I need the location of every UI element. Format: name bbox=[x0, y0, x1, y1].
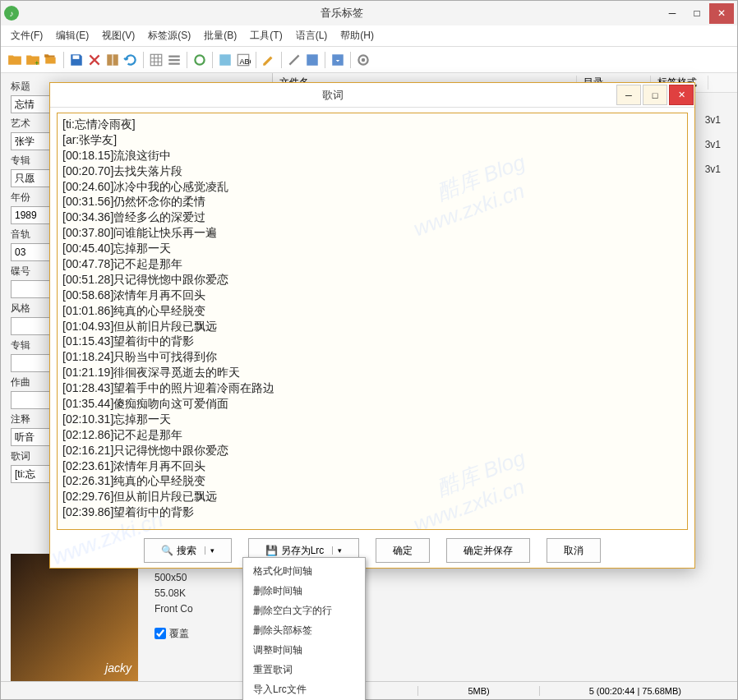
album-art[interactable] bbox=[11, 554, 138, 681]
statusbar: 5MB) 5 (00:20:44 | 75.68MB) bbox=[1, 681, 737, 699]
tag-value: 3v1 bbox=[705, 132, 721, 157]
lyrics-line: [02:23.61]浓情年月再不回头 bbox=[62, 458, 682, 474]
settings-icon[interactable] bbox=[356, 53, 371, 67]
text-icon[interactable]: ABC bbox=[236, 53, 251, 67]
lyrics-line: [00:24.60]冰冷中我的心感觉凌乱 bbox=[62, 179, 682, 195]
overwrite-label: 覆盖 bbox=[169, 626, 189, 642]
overwrite-checkbox[interactable] bbox=[155, 628, 166, 639]
sync-icon[interactable] bbox=[192, 53, 207, 67]
menu-language[interactable]: 语言(L) bbox=[296, 29, 328, 43]
dropdown-item-format-timeline[interactable]: 格式化时间轴 bbox=[243, 561, 365, 581]
ok-save-button[interactable]: 确定并保存 bbox=[446, 538, 530, 563]
app-title: 音乐标签 bbox=[24, 6, 660, 21]
minimize-button[interactable]: ─ bbox=[660, 3, 685, 24]
svg-point-3 bbox=[195, 55, 204, 64]
svg-rect-2 bbox=[150, 54, 162, 66]
dropdown-item-import-lrc[interactable]: 导入Lrc文件 bbox=[243, 679, 365, 699]
dropdown-item-reset-lyrics[interactable]: 重置歌词 bbox=[243, 660, 365, 679]
lyrics-line: [00:31.56]仍然怀念你的柔情 bbox=[62, 194, 682, 210]
lyrics-line: [02:26.31]纯真的心早经脱变 bbox=[62, 473, 682, 489]
lyrics-line: [00:18.15]流浪这街中 bbox=[62, 148, 682, 163]
lyrics-line: [ar:张学友] bbox=[62, 132, 682, 148]
tag-value: 3v1 bbox=[705, 108, 721, 132]
menu-file[interactable]: 文件(F) bbox=[11, 29, 43, 43]
menu-tagsource[interactable]: 标签源(S) bbox=[148, 29, 191, 43]
refresh-icon[interactable] bbox=[123, 53, 138, 67]
svg-rect-1 bbox=[73, 55, 80, 59]
lyrics-line: [02:12.86]记不起是那年 bbox=[62, 427, 682, 443]
dialog-titlebar: 歌词 ─ □ ✕ bbox=[50, 83, 694, 108]
lyrics-line: [00:58.68]浓情年月再不回头 bbox=[62, 288, 682, 303]
lyrics-textarea[interactable]: 酷库 Blog www.zxki.cn 酷库 Blog www.zxki.cn … bbox=[57, 113, 688, 530]
chevron-down-icon[interactable]: ▾ bbox=[205, 546, 214, 555]
menu-tools[interactable]: 工具(T) bbox=[250, 29, 282, 43]
saveas-dropdown: 格式化时间轴 删除时间轴 删除空白文字的行 删除头部标签 调整时间轴 重置歌词 … bbox=[242, 557, 366, 700]
app-icon: ♪ bbox=[4, 6, 19, 21]
search-button[interactable]: 🔍搜索▾ bbox=[144, 538, 232, 563]
svg-text:ABC: ABC bbox=[240, 57, 251, 65]
svg-point-10 bbox=[362, 58, 366, 62]
lyrics-line: [01:01.86]纯真的心早经脱变 bbox=[62, 303, 682, 319]
export-icon[interactable] bbox=[330, 53, 345, 67]
status-seg-2: 5 (00:20:44 | 75.68MB) bbox=[539, 686, 731, 696]
folders-icon[interactable] bbox=[44, 53, 58, 67]
lyrics-line: [01:04.93]但从前旧片段已飘远 bbox=[62, 319, 682, 334]
disk-icon[interactable] bbox=[305, 53, 320, 67]
cancel-button[interactable]: 取消 bbox=[547, 538, 601, 563]
edit-icon[interactable] bbox=[261, 53, 276, 67]
lyrics-line: [01:28.43]望着手中的照片迎着冷雨在路边 bbox=[62, 380, 682, 396]
menu-edit[interactable]: 编辑(E) bbox=[56, 29, 89, 43]
lyrics-line: [00:37.80]问谁能让快乐再一遍 bbox=[62, 225, 682, 241]
save-icon: 💾 bbox=[265, 545, 278, 556]
list-icon[interactable] bbox=[167, 53, 182, 67]
lyrics-line: [01:35.44]傻痴痴吻向这可爱俏面 bbox=[62, 396, 682, 412]
chevron-down-icon[interactable]: ▾ bbox=[332, 546, 342, 555]
save-icon[interactable] bbox=[69, 53, 84, 67]
lyrics-line: [02:39.86]望着街中的背影 bbox=[62, 504, 682, 520]
lyrics-line: [00:45.40]忘掉那一天 bbox=[62, 241, 682, 256]
grid-icon[interactable] bbox=[149, 53, 164, 67]
dialog-maximize-button[interactable]: □ bbox=[643, 85, 667, 105]
lyrics-line: [02:29.76]但从前旧片段已飘远 bbox=[62, 489, 682, 504]
status-seg-1: 5MB) bbox=[417, 686, 538, 696]
search-icon: 🔍 bbox=[161, 545, 173, 556]
dropdown-item-delete-timeline[interactable]: 删除时间轴 bbox=[243, 581, 365, 601]
delete-icon[interactable] bbox=[87, 53, 102, 67]
lyrics-dialog: 歌词 ─ □ ✕ 酷库 Blog www.zxki.cn 酷库 Blog www… bbox=[49, 82, 695, 569]
art-size: 55.08K bbox=[155, 586, 193, 601]
lyrics-line: [ti:忘情冷雨夜] bbox=[62, 117, 682, 132]
dropdown-item-delete-empty[interactable]: 删除空白文字的行 bbox=[243, 601, 365, 620]
close-button[interactable]: ✕ bbox=[709, 3, 734, 24]
lyrics-line: [00:47.78]记不起是那年 bbox=[62, 256, 682, 272]
menu-help[interactable]: 帮助(H) bbox=[340, 29, 374, 43]
svg-rect-4 bbox=[219, 54, 231, 66]
image-icon[interactable] bbox=[218, 53, 233, 67]
dropdown-item-adjust-timeline[interactable]: 调整时间轴 bbox=[243, 640, 365, 660]
folder-icon[interactable] bbox=[7, 53, 22, 67]
folder-add-icon[interactable]: + bbox=[25, 53, 40, 67]
art-type: Front Co bbox=[155, 601, 193, 617]
lyrics-line: [00:20.70]去找失落片段 bbox=[62, 163, 682, 179]
toolbar: + ABC bbox=[1, 47, 737, 73]
dialog-title: 歌词 bbox=[50, 88, 616, 103]
dialog-minimize-button[interactable]: ─ bbox=[616, 85, 641, 105]
lyrics-line: [01:18.24]只盼当中可找得到你 bbox=[62, 349, 682, 365]
menu-view[interactable]: 视图(V) bbox=[102, 29, 135, 43]
lyrics-line: [02:16.21]只记得恍惚中跟你爱恋 bbox=[62, 443, 682, 458]
tag-value: 3v1 bbox=[705, 157, 721, 182]
ok-button[interactable]: 确定 bbox=[376, 538, 430, 563]
lyrics-line: [00:51.28]只记得恍惚中跟你爱恋 bbox=[62, 272, 682, 288]
wand-icon[interactable] bbox=[287, 53, 302, 67]
lyrics-line: [00:34.36]曾经多么的深爱过 bbox=[62, 210, 682, 225]
art-dims: 500x50 bbox=[155, 570, 193, 586]
maximize-button[interactable]: □ bbox=[685, 3, 709, 24]
svg-rect-7 bbox=[307, 54, 318, 66]
menu-batch[interactable]: 批量(B) bbox=[204, 29, 237, 43]
svg-text:+: + bbox=[35, 58, 39, 67]
menubar: 文件(F) 编辑(E) 视图(V) 标签源(S) 批量(B) 工具(T) 语言(… bbox=[1, 25, 737, 47]
book-icon[interactable] bbox=[105, 53, 120, 67]
dialog-close-button[interactable]: ✕ bbox=[669, 85, 694, 105]
tag-format-column: 3v1 3v1 3v1 bbox=[705, 108, 721, 182]
lyrics-line: [01:15.43]望着街中的背影 bbox=[62, 334, 682, 349]
dropdown-item-delete-headers[interactable]: 删除头部标签 bbox=[243, 620, 365, 640]
